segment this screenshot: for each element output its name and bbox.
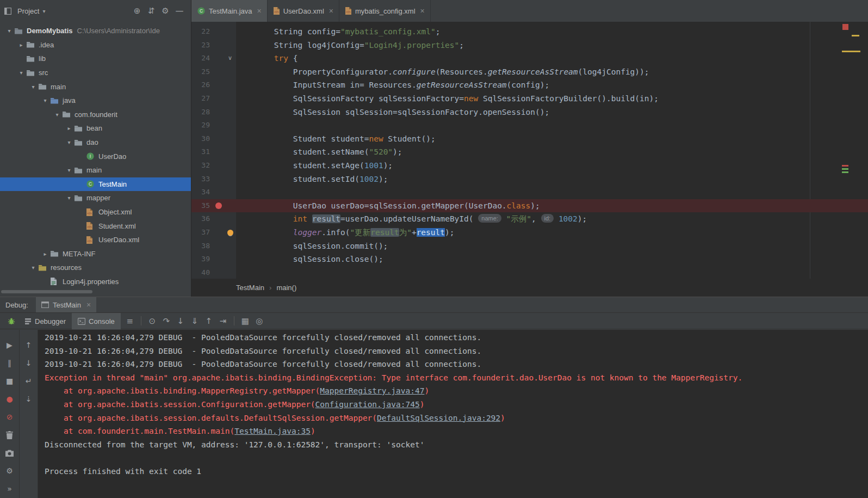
line-number[interactable]: 23 — [191, 39, 213, 52]
line-number[interactable]: 39 — [191, 253, 213, 266]
code-line-29[interactable]: 29 — [191, 119, 868, 132]
step-into-button[interactable]: ↓ — [173, 316, 188, 326]
thread-dump-button[interactable] — [4, 447, 16, 458]
resume-button[interactable]: ▶ — [4, 340, 16, 351]
tree-item-mapper[interactable]: ▾mapper — [0, 191, 191, 205]
line-number[interactable]: 29 — [191, 119, 213, 132]
line-number[interactable]: 24 — [191, 52, 213, 65]
tree-item-bean[interactable]: ▸bean — [0, 121, 191, 136]
line-number[interactable]: 22 — [191, 25, 213, 39]
tree-item-meta-inf[interactable]: ▸META-INF — [0, 247, 191, 261]
up-stack-trace-button[interactable]: ↑ — [23, 340, 35, 351]
code-line-33[interactable]: 33 student.setId(1002); — [191, 173, 868, 186]
tree-item-login4j-properties[interactable]: Login4j.properties — [0, 275, 191, 289]
breakpoint-icon[interactable] — [213, 199, 224, 213]
view-breakpoints-button[interactable]: ◎ — [252, 316, 266, 326]
intention-bulb-icon[interactable] — [224, 226, 236, 239]
step-out-button[interactable]: ↑ — [202, 316, 216, 326]
soft-wrap-button[interactable]: ↵ — [23, 376, 35, 386]
chevron-expanded-icon[interactable]: ▾ — [28, 84, 38, 90]
tree-item-student-xml[interactable]: </>Student.xml — [0, 219, 191, 233]
stack-trace-link[interactable]: Configuration.java:745 — [315, 400, 420, 409]
tab-close-icon[interactable]: × — [420, 7, 425, 15]
code-line-36[interactable]: 36 int result=userDao.updateUserNameById… — [191, 212, 868, 226]
down-stack-trace-button[interactable]: ↓ — [23, 358, 35, 368]
code-line-32[interactable]: 32 student.setAge(1001); — [191, 159, 868, 173]
tree-item-main[interactable]: ▾main — [0, 79, 191, 94]
code-line-40[interactable]: 40 — [191, 266, 868, 280]
clear-console-button[interactable] — [4, 429, 16, 440]
tab-close-icon[interactable]: × — [329, 7, 333, 15]
line-number[interactable]: 34 — [191, 186, 213, 199]
stop-button[interactable]: ■ — [4, 376, 16, 386]
breadcrumb-item[interactable]: main() — [276, 284, 296, 292]
chevron-expanded-icon[interactable]: ▾ — [52, 112, 62, 118]
run-to-cursor-button[interactable]: ⇥ — [216, 316, 230, 326]
tree-item-main[interactable]: ▾main — [0, 163, 191, 177]
debug-session-tab[interactable]: TestMain × — [36, 297, 96, 312]
tree-item-object-xml[interactable]: </>Object.xml — [0, 205, 191, 219]
chevron-collapsed-icon[interactable]: ▸ — [40, 251, 50, 257]
code-line-25[interactable]: 25 PropertyConfigurator.configure(Resour… — [191, 65, 868, 79]
code-line-22[interactable]: 22 String config="mybatis_config.xml"; — [191, 25, 868, 39]
line-number[interactable]: 26 — [191, 78, 213, 92]
mute-breakpoints-button[interactable]: ⊘ — [4, 411, 16, 422]
project-panel-title[interactable]: Project — [17, 7, 39, 15]
tree-item--idea[interactable]: ▸.idea — [0, 38, 191, 52]
editor-tab-mybatis-config-xml[interactable]: </>mybatis_config.xml× — [339, 0, 431, 22]
chevron-collapsed-icon[interactable]: ▸ — [16, 42, 26, 48]
tree-item-resources[interactable]: ▾resources — [0, 261, 191, 275]
line-number[interactable]: 31 — [191, 145, 213, 159]
settings-button[interactable]: ⚙ — [158, 6, 172, 16]
force-step-into-button[interactable]: ⇓ — [188, 316, 202, 326]
line-number[interactable]: 32 — [191, 159, 213, 173]
line-number[interactable]: 27 — [191, 92, 213, 106]
line-number[interactable]: 33 — [191, 173, 213, 186]
view-tab-debugger[interactable]: Debugger — [18, 313, 72, 329]
code-editor[interactable]: 22 String config="mybatis_config.xml";23… — [191, 22, 868, 279]
code-line-38[interactable]: 38 sqlSession.commit(); — [191, 239, 868, 253]
tab-close-icon[interactable]: × — [257, 7, 261, 15]
code-line-35[interactable]: 35 UserDao userDao=sqlSession.getMapper(… — [191, 199, 868, 213]
tree-item-lib[interactable]: lib — [0, 52, 191, 66]
tree-item-userdao-xml[interactable]: </>UserDao.xml — [0, 233, 191, 247]
show-execution-point-button[interactable]: ⊙ — [145, 316, 159, 326]
code-line-27[interactable]: 27 SqlSessionFactory sqlSessionFactory=n… — [191, 92, 868, 106]
stack-trace-link[interactable]: MapperRegistry.java:47 — [320, 386, 424, 395]
layout-settings-button[interactable]: ≡ — [123, 316, 137, 326]
line-number[interactable]: 35 — [191, 199, 213, 213]
more-button[interactable]: » — [4, 483, 16, 494]
editor-tab-userdao-xml[interactable]: </>UserDao.xml× — [268, 0, 339, 22]
code-line-28[interactable]: 28 SqlSession sqlSession=sqlSessionFacto… — [191, 106, 868, 119]
chevron-expanded-icon[interactable]: ▾ — [64, 195, 74, 201]
chevron-expanded-icon[interactable]: ▾ — [64, 167, 74, 173]
code-line-34[interactable]: 34 — [191, 186, 868, 199]
code-line-30[interactable]: 30 Student student=new Student(); — [191, 132, 868, 146]
step-over-button[interactable]: ↷ — [159, 316, 173, 326]
line-number[interactable]: 37 — [191, 226, 213, 239]
chevron-expanded-icon[interactable]: ▾ — [64, 139, 74, 145]
locate-file-button[interactable]: ⊕ — [130, 6, 144, 16]
tree-item-src[interactable]: ▾src — [0, 66, 191, 80]
view-options-button[interactable]: ⇵ — [144, 6, 158, 16]
breadcrumb-item[interactable]: TestMain — [236, 284, 264, 292]
tree-item-java[interactable]: ▾java — [0, 94, 191, 108]
chevron-down-icon[interactable]: ▾ — [42, 8, 45, 14]
evaluate-expression-button[interactable]: ▦ — [238, 316, 252, 326]
line-number[interactable]: 38 — [191, 239, 213, 253]
chevron-expanded-icon[interactable]: ▾ — [4, 28, 14, 34]
chevron-collapsed-icon[interactable]: ▸ — [64, 125, 74, 131]
scroll-to-end-button[interactable]: ⇣ — [23, 394, 35, 404]
horizontal-scrollbar[interactable] — [1, 290, 92, 293]
tree-item-com-founderit[interactable]: ▾com.founderit — [0, 108, 191, 122]
code-line-26[interactable]: 26 InputStream in= Resources.getResource… — [191, 78, 868, 92]
tree-item-userdao[interactable]: IUserDao — [0, 149, 191, 163]
fold-arrow-icon[interactable]: ∨ — [224, 52, 236, 65]
code-line-23[interactable]: 23 String log4jConfig="Login4j.propertie… — [191, 39, 868, 52]
chevron-expanded-icon[interactable]: ▾ — [40, 97, 50, 103]
code-line-24[interactable]: 24∨ try { — [191, 52, 868, 65]
tree-item-testmain[interactable]: CTestMain — [0, 177, 191, 192]
tree-item-dao[interactable]: ▾dao — [0, 136, 191, 150]
line-number[interactable]: 36 — [191, 212, 213, 226]
line-number[interactable]: 30 — [191, 132, 213, 146]
